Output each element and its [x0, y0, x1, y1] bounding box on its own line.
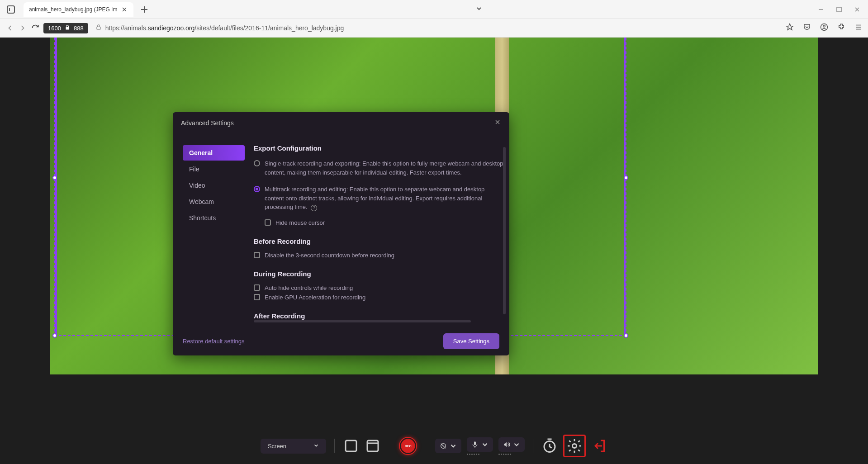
radio-icon	[254, 160, 260, 166]
settings-content: Export Configuration Single-track record…	[252, 133, 509, 327]
checkbox-icon	[254, 294, 260, 300]
dialog-title: Advanced Settings	[181, 119, 234, 127]
exit-button[interactable]	[591, 438, 607, 454]
settings-button[interactable]	[566, 438, 583, 454]
selection-height: 888	[74, 25, 84, 32]
restore-defaults-link[interactable]: Restore default settings	[183, 338, 245, 345]
checkbox-icon	[254, 252, 260, 258]
tabs-dropdown-icon[interactable]	[476, 5, 482, 14]
help-icon[interactable]: ?	[311, 205, 317, 211]
back-button[interactable]	[5, 24, 14, 33]
fullscreen-button[interactable]	[343, 438, 359, 454]
browser-tab-bar: animals_hero_ladybug.jpg (JPEG Im	[0, 0, 868, 19]
recording-toolbar: Screen REC	[0, 428, 868, 464]
svg-rect-5	[346, 440, 356, 451]
forward-button[interactable]	[18, 24, 27, 33]
advanced-settings-dialog: Advanced Settings General File Video Web…	[173, 112, 509, 355]
radio-multitrack[interactable]: Multitrack recording and editing: Enable…	[254, 183, 505, 218]
checkbox-icon	[265, 219, 271, 226]
sidebar-item-file[interactable]: File	[183, 161, 245, 177]
sidebar-item-webcam[interactable]: Webcam	[183, 194, 245, 209]
checkbox-gpu[interactable]: Enable GPU Acceleration for recording	[254, 293, 505, 302]
window-controls	[817, 6, 868, 13]
bookmark-icon[interactable]	[786, 23, 794, 33]
radio-label: Multitrack recording and editing: Enable…	[265, 185, 505, 212]
radio-label: Single-track recording and exporting: En…	[265, 159, 505, 177]
close-tab-icon[interactable]	[121, 6, 128, 13]
pocket-icon[interactable]	[803, 23, 811, 33]
microphone-toggle[interactable]	[467, 437, 493, 452]
section-after-recording: After Recording	[254, 312, 505, 320]
svg-rect-1	[837, 7, 841, 12]
section-before-recording: Before Recording	[254, 237, 505, 245]
minimize-button[interactable]	[817, 6, 825, 13]
url-field[interactable]: https://animals.sandiegozoo.org/sites/de…	[92, 24, 782, 32]
checkbox-icon	[254, 284, 260, 291]
scrollbar-horizontal[interactable]	[254, 320, 471, 322]
chevron-down-icon	[313, 443, 319, 450]
dialog-footer: Restore default settings Save Settings	[173, 327, 509, 355]
tab-title: animals_hero_ladybug.jpg (JPEG Im	[29, 6, 117, 13]
checkbox-disable-countdown[interactable]: Disable the 3-second countdown before re…	[254, 251, 505, 260]
timer-button[interactable]	[541, 438, 558, 454]
dialog-header: Advanced Settings	[173, 112, 509, 133]
webcam-toggle[interactable]	[435, 439, 461, 453]
record-button[interactable]: REC	[399, 437, 417, 455]
close-button[interactable]	[854, 6, 861, 13]
system-audio-toggle[interactable]	[498, 437, 525, 452]
section-export-config: Export Configuration	[254, 144, 505, 152]
checkbox-auto-hide[interactable]: Auto hide controls while recording	[254, 283, 505, 293]
url-text: https://animals.sandiegozoo.org/sites/de…	[105, 24, 344, 32]
svg-rect-0	[7, 6, 14, 13]
settings-sidebar: General File Video Webcam Shortcuts	[173, 133, 252, 327]
scrollbar-vertical[interactable]	[503, 147, 506, 314]
close-icon[interactable]	[494, 118, 501, 127]
checkbox-hide-cursor[interactable]: Hide mouse cursor	[265, 218, 505, 227]
after-description: It requires your computer to have high-p…	[254, 325, 505, 327]
dimensions-box[interactable]: 1600 888	[43, 23, 88, 33]
svg-point-4	[823, 25, 825, 28]
secure-lock-icon	[95, 24, 102, 32]
account-icon[interactable]	[820, 23, 828, 33]
maximize-button[interactable]	[835, 6, 843, 13]
viewport: Advanced Settings General File Video Web…	[0, 38, 868, 464]
sidebar-item-general[interactable]: General	[183, 145, 245, 161]
menu-icon[interactable]	[854, 23, 863, 33]
lock-icon[interactable]	[65, 25, 70, 32]
save-settings-button[interactable]: Save Settings	[443, 333, 499, 349]
address-bar: 1600 888 https://animals.sandiegozoo.org…	[0, 19, 868, 38]
recent-icon[interactable]	[5, 4, 16, 15]
sidebar-item-video[interactable]: Video	[183, 178, 245, 193]
extensions-icon[interactable]	[837, 23, 845, 33]
selection-width: 1600	[48, 25, 61, 32]
browser-tab[interactable]: animals_hero_ladybug.jpg (JPEG Im	[24, 2, 133, 17]
reload-button[interactable]	[31, 24, 40, 33]
svg-rect-2	[97, 27, 100, 29]
radio-single-track[interactable]: Single-track recording and exporting: En…	[254, 157, 505, 183]
window-button[interactable]	[365, 438, 381, 454]
settings-button-highlight	[563, 435, 586, 457]
section-during-recording: During Recording	[254, 270, 505, 278]
svg-rect-6	[367, 440, 378, 451]
radio-icon-checked	[254, 186, 260, 192]
svg-point-9	[573, 444, 577, 448]
sidebar-item-shortcuts[interactable]: Shortcuts	[183, 210, 245, 226]
screen-source-select[interactable]: Screen	[261, 439, 326, 454]
new-tab-button[interactable]	[139, 4, 150, 15]
